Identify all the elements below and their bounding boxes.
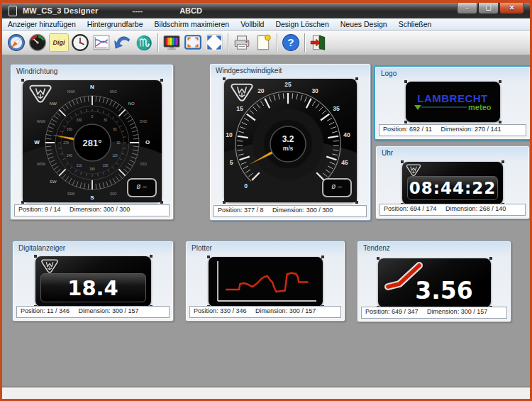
tool-background-color-button[interactable]: [162, 33, 182, 53]
resize-grip[interactable]: [377, 257, 379, 260]
clock-display[interactable]: 08:44:22: [402, 162, 503, 204]
resize-grip[interactable]: [321, 256, 324, 258]
app-icon: [9, 6, 17, 16]
menu-bildschirm-maximieren[interactable]: Bildschirm maximieren: [149, 20, 235, 28]
tool-digital-display-button[interactable]: Digi: [49, 33, 69, 52]
resize-grip[interactable]: [207, 256, 210, 258]
orange-corners-monitor-icon: [184, 33, 202, 52]
resize-grip[interactable]: [21, 201, 24, 204]
curved-arrow-icon: [113, 33, 132, 52]
resize-grip[interactable]: [21, 79, 24, 82]
tool-fullscreen-button[interactable]: [204, 33, 224, 53]
position-value: 377 / 8: [244, 207, 264, 214]
menu-schliessen[interactable]: Schließen: [393, 20, 438, 28]
resize-grip[interactable]: [34, 255, 37, 258]
resize-grip[interactable]: [404, 121, 407, 123]
menu-neues-design[interactable]: Neues Design: [335, 20, 393, 28]
digital-value: 18.4: [67, 276, 118, 300]
tool-curved-arrow-button[interactable]: [113, 33, 133, 53]
toolbar-separator: [157, 33, 158, 52]
svg-text:180: 180: [89, 167, 95, 171]
position-value: 649 / 347: [392, 308, 419, 315]
resize-grip[interactable]: [150, 255, 153, 258]
average-button[interactable]: ø –: [322, 178, 352, 197]
menu-vollbild[interactable]: Vollbild: [235, 20, 270, 28]
brand-subrow: meteo: [406, 103, 500, 111]
tool-maximize-screen-button[interactable]: [183, 33, 203, 53]
tool-delete-design-button[interactable]: [232, 33, 252, 53]
maximize-button[interactable]: ▢: [478, 3, 499, 14]
svg-text:5: 5: [229, 159, 233, 166]
svg-text:270: 270: [63, 141, 69, 145]
svg-text:60: 60: [113, 128, 117, 131]
resize-grip[interactable]: [160, 79, 163, 82]
svg-text:150: 150: [102, 164, 108, 167]
tool-scorpio-button[interactable]: ♏: [134, 33, 154, 53]
logo-display[interactable]: LAMBRECHT meteo: [406, 82, 500, 122]
plot-chart: [209, 257, 323, 307]
dimension-value: 300 / 300: [306, 207, 333, 214]
resize-grip[interactable]: [355, 201, 358, 204]
wind-direction-display[interactable]: NNNONOONOOOSOSOSSOSSSWSWWSWWWNWNWNNW0306…: [23, 80, 162, 202]
minimize-button[interactable]: –: [457, 3, 477, 14]
menu-design-loeschen[interactable]: Design Löschen: [270, 20, 334, 28]
logo-underline: [421, 106, 467, 108]
menu-hintergrundfarbe[interactable]: Hintergrundfarbe: [82, 20, 149, 28]
position-label: Position:: [384, 205, 409, 212]
gauge-icon: [28, 33, 47, 52]
resize-grip[interactable]: [404, 80, 407, 83]
trend-display[interactable]: 3.56: [378, 258, 491, 307]
panel-status: Position: 377 / 8 Dimension: 300 / 300: [214, 205, 367, 217]
position-value: 330 / 346: [220, 307, 247, 314]
tool-exit-button[interactable]: [309, 33, 328, 53]
wind-speed-display[interactable]: 05101520253035404550 3.2 m/s ø –: [224, 79, 357, 202]
tool-help-button[interactable]: ?: [281, 33, 301, 53]
svg-text:25: 25: [284, 81, 292, 88]
plot-axes: [218, 261, 316, 301]
close-button[interactable]: ✕: [499, 3, 524, 14]
panel-title: Logo: [381, 70, 397, 77]
panel-logo: Logo LAMBRECHT meteo Position: 692 / 11 …: [374, 65, 530, 141]
plotter-display[interactable]: [209, 257, 323, 307]
panel-title: Windrichtung: [16, 67, 57, 75]
window-title-extra: ABCD: [179, 6, 202, 15]
panel-plotter: Plotter Position: 330 / 346 Dimension: 3…: [185, 241, 345, 322]
lambrecht-shield-icon: [28, 84, 52, 105]
resize-grip[interactable]: [401, 160, 404, 163]
svg-text:0: 0: [244, 182, 248, 189]
scorpio-icon: ♏: [135, 36, 153, 50]
plot-line: [226, 273, 308, 292]
tool-new-design-button[interactable]: [253, 33, 273, 53]
menu-anzeiger-hinzufuegen[interactable]: Anzeiger hinzufügen: [2, 20, 82, 28]
tool-clock-button[interactable]: [70, 33, 90, 53]
svg-text:WNW: WNW: [36, 120, 45, 123]
toolbar-separator: [228, 33, 228, 52]
svg-text:WSW: WSW: [37, 163, 45, 166]
position-label: Position:: [383, 126, 408, 133]
position-label: Position:: [194, 307, 218, 314]
panel-status: Position: 9 / 14 Dimension: 300 / 300: [14, 204, 170, 216]
svg-text:210: 210: [76, 164, 82, 167]
tool-plotter-button[interactable]: [92, 33, 111, 53]
resize-grip[interactable]: [501, 160, 504, 163]
digital-display[interactable]: 18.4: [35, 256, 151, 307]
svg-text:330: 330: [76, 119, 82, 122]
digital-screen: 18.4: [40, 273, 146, 302]
resize-grip[interactable]: [160, 201, 163, 204]
svg-text:?: ?: [287, 36, 294, 48]
resize-grip[interactable]: [499, 121, 501, 123]
position-label: Position:: [18, 206, 43, 213]
tool-compass-button[interactable]: [6, 33, 26, 53]
dimension-label: Dimension:: [255, 307, 287, 314]
svg-text:O: O: [145, 139, 149, 145]
tool-gauge-button[interactable]: [28, 33, 48, 53]
average-button[interactable]: ø –: [127, 178, 157, 197]
resize-grip[interactable]: [489, 257, 492, 260]
resize-grip[interactable]: [499, 80, 501, 83]
logo-triangle-icon: [414, 105, 421, 110]
dimension-label: Dimension:: [70, 206, 101, 213]
resize-grip[interactable]: [223, 201, 226, 204]
resize-grip[interactable]: [355, 77, 358, 80]
position-value: 694 / 174: [410, 205, 437, 212]
resize-grip[interactable]: [223, 77, 226, 80]
